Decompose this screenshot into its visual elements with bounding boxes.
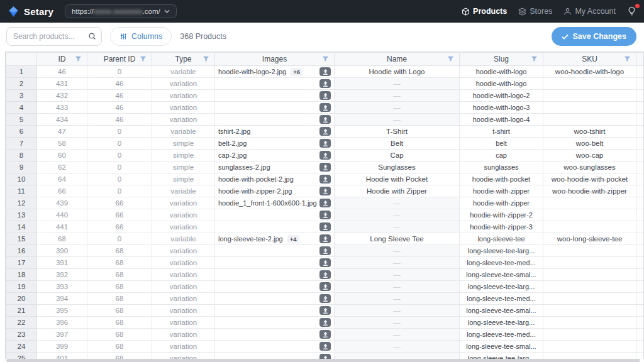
cell-name[interactable]: Hoodie with Logo [335,66,460,78]
cell-parent-id[interactable]: 66 [87,197,152,209]
cell-id[interactable]: 431 [37,78,87,90]
cell-parent-id[interactable]: 66 [87,221,152,233]
cell-parent-id[interactable]: 0 [87,233,152,245]
upload-image-button[interactable] [319,354,331,359]
upload-image-button[interactable] [319,67,331,76]
cell-parent-id[interactable]: 46 [87,114,152,126]
row-number[interactable]: 4 [6,102,37,114]
upload-image-button[interactable] [319,246,331,255]
cell-type[interactable]: simple [152,138,215,150]
horizontal-scrollbar[interactable] [6,359,640,362]
cell-sku[interactable] [543,353,636,359]
row-number[interactable]: 3 [6,90,37,102]
cell-sku[interactable]: woo-sunglasses [543,162,636,173]
cell-images[interactable]: sunglasses-2.jpg [215,162,335,173]
cell-slug[interactable]: t-shirt [460,126,543,138]
cell-slug[interactable]: long-sleeve-tee-larg... [460,317,543,329]
upload-image-button[interactable] [319,187,331,195]
save-changes-button[interactable]: Save Changes [552,27,636,46]
upload-image-button[interactable] [319,222,331,231]
cell-type[interactable]: variation [152,341,215,353]
row-number[interactable]: 22 [6,317,37,329]
cell-slug[interactable]: long-sleeve-tee-med... [460,329,543,341]
tips-button[interactable] [627,6,636,18]
row-number[interactable]: 11 [6,185,37,197]
upload-image-button[interactable] [319,127,331,136]
filter-icon[interactable] [203,56,209,62]
cell-images[interactable] [215,317,335,329]
cell-images[interactable]: hoodie-with-logo-2.jpg+6 [215,66,335,78]
cell-slug[interactable]: belt [460,138,543,150]
cell-images[interactable] [215,221,335,233]
cell-images[interactable] [215,90,335,102]
cell-images[interactable]: belt-2.jpg [215,138,335,150]
cell-parent-id[interactable]: 68 [87,341,152,353]
cell-images[interactable] [215,341,335,353]
cell-images[interactable] [215,353,335,359]
cell-slug[interactable]: long-sleeve-tee-larg... [460,245,543,257]
row-number[interactable]: 20 [6,293,37,305]
cell-sku[interactable]: woo-cap [543,150,636,162]
filter-icon[interactable] [75,56,82,62]
cell-images[interactable] [215,245,335,257]
upload-image-button[interactable] [319,139,331,148]
cell-id[interactable]: 393 [37,281,87,293]
cell-sku[interactable] [543,281,636,293]
upload-image-button[interactable] [319,91,331,100]
cell-name[interactable]: Sunglasses [335,162,460,173]
cell-id[interactable]: 58 [37,138,87,150]
cell-parent-id[interactable]: 66 [87,209,152,221]
cell-images[interactable] [215,257,335,269]
cell-sku[interactable] [543,221,636,233]
upload-image-button[interactable] [319,306,331,315]
row-number[interactable]: 25 [6,353,37,359]
cell-images[interactable] [215,209,335,221]
row-number[interactable]: 8 [6,150,37,162]
row-number[interactable]: 10 [6,173,37,185]
cell-id[interactable]: 66 [37,185,87,197]
cell-id[interactable]: 390 [37,245,87,257]
cell-id[interactable]: 399 [37,341,87,353]
cell-name[interactable]: Hoodie with Pocket [335,173,460,185]
cell-images[interactable]: hoodie_1_front-1-600x600-1.jpg [215,197,335,209]
cell-sku[interactable]: woo-hoodie-with-logo [543,66,636,78]
cell-parent-id[interactable]: 68 [87,317,152,329]
cell-images[interactable] [215,305,335,317]
row-number[interactable]: 18 [6,269,37,281]
cell-type[interactable]: variation [152,102,215,114]
cell-images[interactable]: hoodie-with-pocket-2.jpg [215,173,335,185]
cell-sku[interactable]: woo-belt [543,138,636,150]
cell-sku[interactable] [543,293,636,305]
cell-type[interactable]: variable [152,185,215,197]
cell-parent-id[interactable]: 0 [87,66,152,78]
row-number[interactable]: 19 [6,281,37,293]
cell-id[interactable]: 392 [37,269,87,281]
cell-id[interactable]: 47 [37,126,87,138]
cell-sku[interactable] [543,78,636,90]
cell-images[interactable] [215,102,335,114]
cell-type[interactable]: simple [152,150,215,162]
upload-image-button[interactable] [319,163,331,172]
cell-slug[interactable]: hoodie-with-zipper-3 [460,221,543,233]
cell-parent-id[interactable]: 68 [87,269,152,281]
cell-type[interactable]: variable [152,126,215,138]
filter-icon[interactable] [531,56,538,62]
upload-image-button[interactable] [319,330,331,339]
cell-type[interactable]: variation [152,90,215,102]
cell-id[interactable]: 397 [37,329,87,341]
cell-parent-id[interactable]: 46 [87,78,152,90]
cell-id[interactable]: 439 [37,197,87,209]
cell-slug[interactable]: long-sleeve-tee-smal... [460,269,543,281]
cell-slug[interactable]: long-sleeve-tee-smal... [460,305,543,317]
cell-name[interactable]: Cap [335,150,460,162]
cell-id[interactable]: 401 [37,353,87,359]
columns-button[interactable]: Columns [110,27,172,46]
cell-slug[interactable]: hoodie-with-logo-2 [460,90,543,102]
cell-parent-id[interactable]: 68 [87,257,152,269]
row-number[interactable]: 14 [6,221,37,233]
cell-images[interactable] [215,114,335,126]
cell-id[interactable]: 64 [37,173,87,185]
cell-id[interactable]: 396 [37,317,87,329]
row-number[interactable]: 12 [6,197,37,209]
row-number[interactable]: 24 [6,341,37,353]
